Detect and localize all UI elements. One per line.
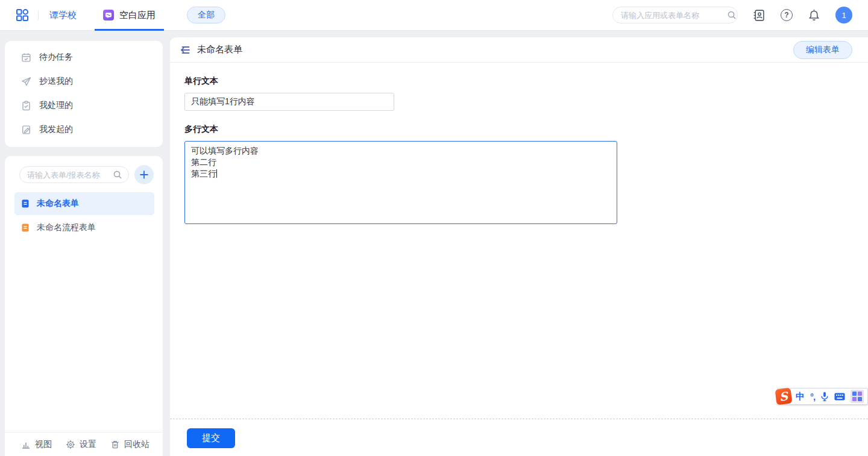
form-search-box[interactable] bbox=[19, 166, 129, 183]
contacts-icon[interactable] bbox=[753, 9, 766, 22]
form-doc-icon-orange bbox=[20, 223, 30, 233]
send-icon bbox=[21, 77, 31, 87]
app-icon bbox=[103, 10, 114, 20]
form-body: 单行文本 多行文本 可以填写多行内容 第二行 第三行 bbox=[170, 63, 868, 224]
global-search-input[interactable] bbox=[621, 11, 727, 20]
ime-toolbox-grid-icon[interactable] bbox=[851, 390, 864, 403]
sidebar-tasks-card: 待办任务 抄送我的 我处理的 我发起的 bbox=[5, 41, 163, 147]
avatar[interactable]: 1 bbox=[835, 7, 852, 23]
edit-form-button[interactable]: 编辑表单 bbox=[793, 41, 852, 59]
form-footer: 提交 bbox=[170, 419, 868, 456]
gear-icon bbox=[66, 440, 75, 449]
text-caret bbox=[216, 169, 217, 178]
sidebar-forms-card: 未命名表单 未命名流程表单 视图 bbox=[5, 156, 163, 456]
views-button[interactable]: 视图 bbox=[21, 439, 52, 450]
ime-toolbar: S 中 °, bbox=[777, 388, 868, 405]
main-panel: 未命名表单 编辑表单 单行文本 多行文本 可以填写多行内容 第二行 第三行 提交 bbox=[170, 37, 868, 456]
form-header: 未命名表单 编辑表单 bbox=[170, 37, 868, 63]
field-multi-line-text: 多行文本 可以填写多行内容 第二行 第三行 bbox=[184, 124, 868, 224]
header-actions: ? 1 bbox=[612, 7, 852, 23]
sidebar-item-todo-tasks[interactable]: 待办任务 bbox=[5, 45, 163, 69]
sidebar-item-cc-to-me[interactable]: 抄送我的 bbox=[5, 69, 163, 93]
global-search-box[interactable] bbox=[612, 7, 738, 23]
field-single-line-text: 单行文本 bbox=[184, 76, 868, 111]
sidebar-item-initiated-by-me[interactable]: 我发起的 bbox=[5, 117, 163, 142]
collapse-sidebar-icon[interactable] bbox=[180, 45, 190, 55]
page-title: 未命名表单 bbox=[197, 44, 242, 55]
footer-item-label: 视图 bbox=[35, 439, 52, 450]
clipboard-check-icon bbox=[21, 101, 31, 111]
apps-grid-icon[interactable] bbox=[16, 8, 29, 22]
help-icon[interactable]: ? bbox=[781, 9, 793, 21]
header-divider bbox=[38, 10, 39, 20]
sogou-logo-icon[interactable]: S bbox=[775, 388, 793, 405]
workspace-link[interactable]: 谭学校 bbox=[49, 10, 77, 21]
multi-line-textarea[interactable]: 可以填写多行内容 第二行 第三行 bbox=[184, 141, 617, 224]
keyboard-icon[interactable] bbox=[834, 393, 845, 401]
textarea-line: 第三行 bbox=[191, 168, 611, 180]
form-doc-icon-blue bbox=[20, 199, 30, 208]
search-icon bbox=[727, 10, 737, 20]
tab-blank-app[interactable]: 空白应用 bbox=[95, 0, 164, 31]
form-search-row bbox=[5, 156, 163, 192]
sidebar-item-label: 我处理的 bbox=[39, 100, 73, 111]
top-header: 谭学校 空白应用 全部 bbox=[0, 0, 868, 31]
add-form-button[interactable] bbox=[134, 165, 154, 184]
bar-chart-icon bbox=[21, 440, 31, 449]
sidebar-item-handled-by-me[interactable]: 我处理的 bbox=[5, 93, 163, 117]
sidebar-item-label: 待办任务 bbox=[39, 52, 73, 63]
ime-language-toggle[interactable]: 中 bbox=[796, 391, 805, 402]
notifications-bell-icon[interactable] bbox=[808, 9, 820, 22]
submit-button[interactable]: 提交 bbox=[187, 428, 235, 448]
ime-items: 中 °, bbox=[796, 390, 864, 403]
form-item-label: 未命名流程表单 bbox=[37, 222, 96, 233]
search-icon bbox=[113, 170, 122, 180]
sidebar-footer: 视图 设置 回收站 bbox=[5, 432, 163, 456]
footer-item-label: 回收站 bbox=[124, 439, 149, 450]
sidebar-item-label: 我发起的 bbox=[39, 124, 73, 135]
field-label: 单行文本 bbox=[184, 76, 868, 87]
ime-punctuation-toggle[interactable]: °, bbox=[810, 392, 815, 402]
filter-all-badge[interactable]: 全部 bbox=[187, 7, 225, 23]
textarea-line: 可以填写多行内容 bbox=[191, 145, 611, 157]
tab-label: 空白应用 bbox=[119, 10, 156, 21]
form-search-input[interactable] bbox=[27, 170, 113, 180]
doc-edit-icon bbox=[21, 125, 31, 135]
sidebar-item-untitled-flow-form[interactable]: 未命名流程表单 bbox=[14, 216, 154, 239]
single-line-text-input[interactable] bbox=[184, 93, 394, 111]
textarea-line: 第二行 bbox=[191, 157, 611, 168]
footer-item-label: 设置 bbox=[80, 439, 96, 450]
sidebar-item-label: 抄送我的 bbox=[39, 76, 73, 87]
settings-button[interactable]: 设置 bbox=[66, 439, 96, 450]
form-item-label: 未命名表单 bbox=[37, 198, 79, 209]
calendar-icon bbox=[21, 52, 31, 63]
field-label: 多行文本 bbox=[184, 124, 868, 135]
microphone-icon[interactable] bbox=[820, 392, 829, 402]
recycle-bin-button[interactable]: 回收站 bbox=[110, 439, 149, 450]
sidebar-item-untitled-form[interactable]: 未命名表单 bbox=[14, 192, 154, 215]
trash-icon bbox=[110, 440, 120, 449]
